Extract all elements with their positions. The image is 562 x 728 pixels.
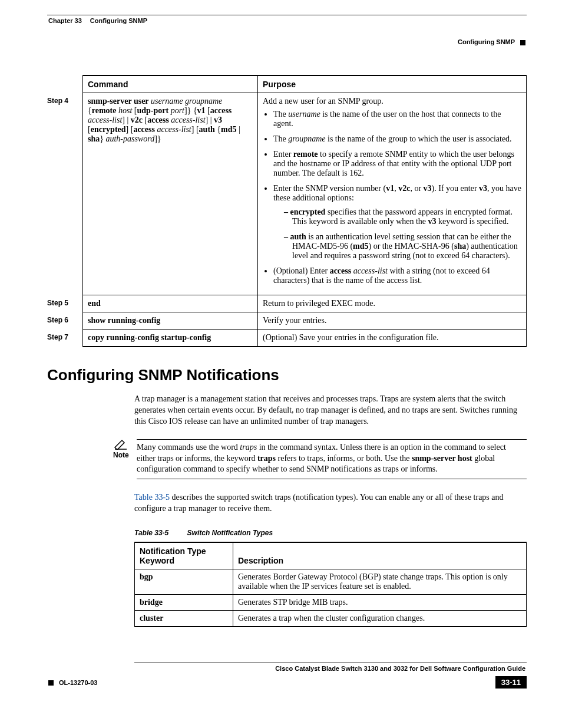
command-cell: end [83,295,258,312]
page-number: 33-11 [495,676,527,689]
section-heading: Configuring SNMP Notifications [47,366,527,384]
chapter-title: Configuring SNMP [90,17,147,24]
book-title: Cisco Catalyst Blade Switch 3130 and 303… [134,663,527,674]
description-cell: Generates Border Gateway Protocol (BGP) … [233,569,527,595]
bullet: (Optional) Enter access access-list with… [273,266,521,285]
table-row: cluster Generates a trap when the cluste… [135,611,527,627]
col-command: Command [83,75,258,93]
description-cell: Generates a trap when the cluster config… [233,611,527,627]
note-block: Note Many commands use the word traps in… [113,439,527,480]
table-row: Step 6 show running-config Verify your e… [47,312,527,330]
sub-bullet: auth is an authentication level setting … [284,232,521,261]
page-footer: Cisco Catalyst Blade Switch 3130 and 303… [47,663,527,689]
table-row: bridge Generates STP bridge MIB traps. [135,595,527,611]
table-row: bgp Generates Border Gateway Protocol (B… [135,569,527,595]
caption-number: Table 33-5 [134,529,168,537]
paragraph: A trap manager is a management station t… [134,394,527,427]
running-header: Chapter 33 Configuring SNMP [47,17,527,27]
chapter-number: Chapter 33 [48,17,82,24]
notification-table: Notification TypeKeyword Description bgp… [134,542,527,627]
step-label: Step 5 [47,295,83,312]
description-cell: Generates STP bridge MIB traps. [233,595,527,611]
pencil-note-icon [114,439,128,450]
command-cell: copy running-config startup-config [83,330,258,347]
command-table: Command Purpose Step 4 snmp-server user … [47,75,527,347]
caption-title: Switch Notification Types [187,529,273,537]
footer-square-icon [48,680,54,686]
keyword-cell: bgp [135,569,233,595]
note-label: Note [113,451,128,459]
command-cell: show running-config [83,312,258,330]
section-name: Configuring SNMP [458,38,515,45]
keyword-cell: cluster [135,611,233,627]
step-label: Step 7 [47,330,83,347]
sub-bullet: encrypted specifies that the password ap… [284,207,521,226]
bullet: Enter the SNMP version number (v1, v2c, … [273,184,521,261]
header-rule [47,15,527,15]
note-text: Many commands use the word traps in the … [137,443,506,474]
bullet: The groupname is the name of the group t… [273,134,521,144]
table-row: Step 5 end Return to privileged EXEC mod… [47,295,527,312]
col-keyword: Notification TypeKeyword [135,542,233,569]
table-row: Step 4 snmp-server user username groupna… [47,93,527,295]
section-indicator: Configuring SNMP [47,27,527,45]
col-description: Description [233,542,527,569]
bullet: Enter remote to specify a remote SNMP en… [273,150,521,178]
keyword-cell: bridge [135,595,233,611]
purpose-cell: (Optional) Save your entries in the conf… [258,330,527,347]
command-cell: snmp-server user username groupname {rem… [83,93,258,295]
purpose-cell: Verify your entries. [258,312,527,330]
purpose-cell: Return to privileged EXEC mode. [258,295,527,312]
header-square-icon [520,40,525,45]
doc-id: OL-13270-03 [59,679,97,686]
table-row: Step 7 copy running-config startup-confi… [47,330,527,347]
step-label: Step 6 [47,312,83,330]
purpose-cell: Add a new user for an SNMP group. The us… [258,93,527,295]
col-purpose: Purpose [258,75,527,93]
step-label: Step 4 [47,93,83,295]
table-caption: Table 33-5 Switch Notification Types [134,529,527,537]
paragraph: Table 33-5 describes the supported switc… [134,492,527,515]
purpose-intro: Add a new user for an SNMP group. [263,97,521,106]
bullet: The username is the name of the user on … [273,110,521,129]
